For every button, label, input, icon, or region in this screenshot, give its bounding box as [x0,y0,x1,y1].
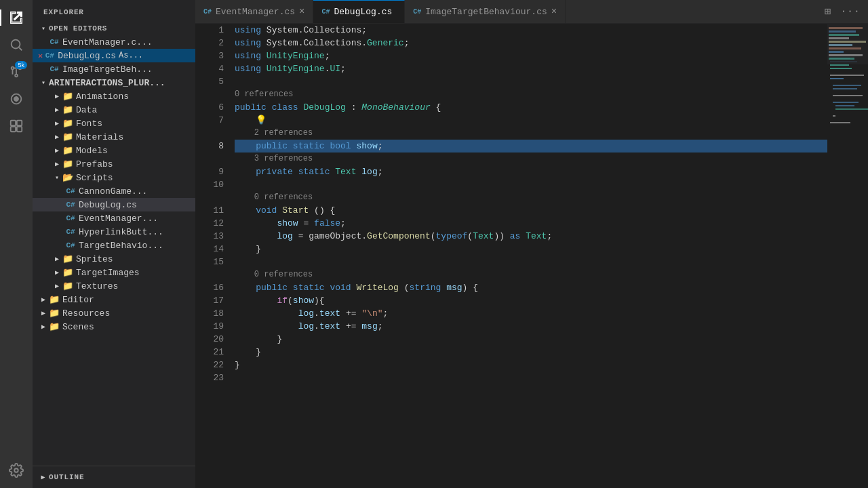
split-editor-icon[interactable]: ⊞ [822,3,834,20]
debug-icon[interactable] [4,87,28,111]
svg-rect-20 [833,85,861,86]
file-targetbehavio-label: TargetBehavio... [79,241,163,251]
svg-rect-24 [835,105,854,106]
folder-targetimages[interactable]: ▶ 📁 TargetImages [33,266,195,279]
file-cannongame[interactable]: C# CannonGame... [33,184,195,198]
folder-resources[interactable]: ▶ 📁 Resources [33,306,195,320]
search-icon-nav[interactable] [4,33,28,57]
code-line-10 [235,178,827,191]
folder-materials[interactable]: ▶ 📁 Materials [33,130,195,144]
folder-data[interactable]: ▶ 📁 Data [33,103,195,117]
settings-icon[interactable] [4,458,28,483]
svg-rect-13 [827,24,868,488]
svg-rect-25 [835,108,868,110]
tab-eventmanager[interactable]: C# EventManager.cs × [195,0,313,23]
editor-content: 1 2 3 4 5 · 6 7 · 8 · 9 10 · 11 12 13 14… [195,24,868,488]
file-hyperlinkbutt[interactable]: C# HyperlinkButt... [33,225,195,239]
outline-arrow: ▶ [38,472,49,483]
cs-file-hyperlinkbutt-icon: C# [65,226,76,237]
folder-scripts-icon: 📂 [62,172,73,183]
folder-prefabs[interactable]: ▶ 📁 Prefabs [33,157,195,171]
folder-textures-icon: 📁 [62,281,73,291]
folder-scripts[interactable]: ▾ 📂 Scripts [33,171,195,184]
close-icon[interactable]: ✕ [38,51,43,61]
code-line-ref4: 0 references [235,191,827,204]
debuglog-status: As... [119,51,143,60]
folder-scenes-arrow: ▶ [38,321,49,332]
open-editor-item-imagetarget[interactable]: C# ImageTargetBeh... [33,62,195,76]
svg-line-2 [19,47,22,50]
project-root-arrow: ▾ [38,77,49,88]
file-debuglog[interactable]: C# DebugLog.cs [33,198,195,211]
line-num-19: 19 [195,320,224,333]
cs-file-cannongame-icon: C# [65,186,76,197]
tab-eventmanager-close[interactable]: × [299,6,304,17]
explorer-icon[interactable] [4,5,28,30]
svg-rect-11 [17,127,22,131]
code-area[interactable]: using System.Collections; using System.C… [229,24,827,488]
folder-animations-label: Animations [76,92,129,102]
folder-textures[interactable]: ▶ 📁 Textures [33,279,195,293]
code-line-3: using UnityEngine; [235,49,827,62]
folder-fonts[interactable]: ▶ 📁 Fonts [33,117,195,130]
open-editors-header[interactable]: ▾ OPEN EDITORS [33,22,195,35]
svg-rect-27 [830,122,850,123]
source-control-icon[interactable]: 5k [4,60,28,84]
cs-file-eventmanager-icon: C# [65,213,76,224]
svg-rect-21 [833,88,857,89]
minimap-svg [827,24,868,488]
open-editor-item-eventmanager[interactable]: C# EventManager.c... [33,35,195,49]
file-eventmanager[interactable]: C# EventManager... [33,211,195,225]
folder-models[interactable]: ▶ 📁 Models [33,144,195,157]
folder-animations[interactable]: ▶ 📁 Animations [33,89,195,103]
cs-file-icon-3: C# [49,64,60,75]
open-editor-item-debuglog[interactable]: ✕ C# DebugLog.cs As... [33,49,195,62]
file-hyperlinkbutt-label: HyperlinkButt... [79,227,163,237]
more-actions-icon[interactable]: ··· [837,4,863,19]
folder-fonts-arrow: ▶ [52,118,62,129]
code-line-11: void Start () { [235,204,827,217]
outline-header[interactable]: ▶ OUTLINE [33,470,195,484]
folder-data-icon: 📁 [62,104,73,115]
code-line-13: log = gameObject.GetComponent(typeof(Tex… [235,230,827,243]
outline-label: OUTLINE [49,473,84,481]
file-debuglog-label: DebugLog.cs [79,200,137,210]
sidebar: EXPLORER ▾ OPEN EDITORS C# EventManager.… [33,0,195,488]
code-line-5 [235,75,827,88]
tab-debuglog-label: DebugLog.cs [334,7,392,17]
svg-rect-29 [829,27,863,29]
svg-point-3 [12,67,14,70]
folder-data-arrow: ▶ [52,104,62,115]
tab-imagetarget-close[interactable]: × [551,6,557,17]
project-root[interactable]: ▾ ARINTERACTIONS_PLUR... [33,76,195,89]
code-line-9: private static Text log; [235,165,827,178]
folder-textures-arrow: ▶ [52,281,62,291]
tab-imagetarget[interactable]: C# ImageTargetBehaviour.cs × [405,0,566,23]
code-line-19: log.text += msg; [235,320,827,333]
folder-editor[interactable]: ▶ 📁 Editor [33,293,195,306]
file-eventmanager-label: EventManager... [79,214,158,224]
folder-sprites[interactable]: ▶ 📁 Sprites [33,252,195,266]
svg-rect-34 [829,44,852,46]
minimap[interactable] [827,24,868,488]
line-num-6: 6 [195,101,224,114]
editor-area: C# EventManager.cs × C# DebugLog.cs C# I… [195,0,868,488]
cs-file-debuglog-icon: C# [65,199,76,210]
line-num-13: 13 [195,230,224,243]
svg-rect-19 [830,78,844,79]
folder-models-arrow: ▶ [52,145,62,156]
folder-sprites-icon: 📁 [62,253,73,264]
line-num-15: 15 [195,256,224,268]
tab-bar: C# EventManager.cs × C# DebugLog.cs C# I… [195,0,868,24]
tab-imagetarget-label: ImageTargetBehaviour.cs [425,7,547,17]
extensions-icon[interactable] [4,114,28,138]
folder-prefabs-icon: 📁 [62,159,73,169]
folder-scenes-icon: 📁 [49,321,60,332]
folder-scenes[interactable]: ▶ 📁 Scenes [33,320,195,333]
tab-debuglog[interactable]: C# DebugLog.cs [313,0,405,23]
folder-resources-label: Resources [62,308,110,319]
folder-editor-arrow: ▶ [38,294,49,305]
folder-prefabs-label: Prefabs [76,159,113,169]
file-targetbehavio[interactable]: C# TargetBehavio... [33,239,195,252]
tab-eventmanager-label: EventManager.cs [216,7,295,17]
